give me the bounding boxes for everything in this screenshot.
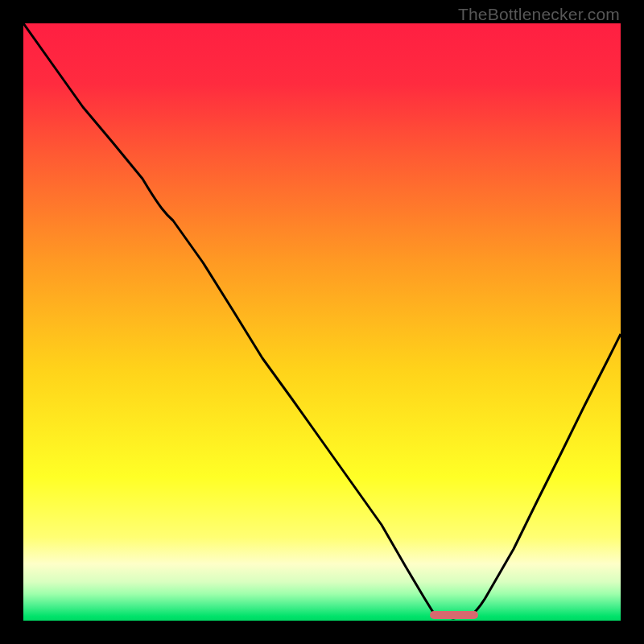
optimum-marker: [430, 611, 478, 619]
gradient-background: [23, 23, 621, 621]
watermark-text: TheBottlenecker.com: [458, 5, 620, 24]
chart-frame: [23, 23, 621, 621]
bottleneck-chart: [23, 23, 621, 621]
